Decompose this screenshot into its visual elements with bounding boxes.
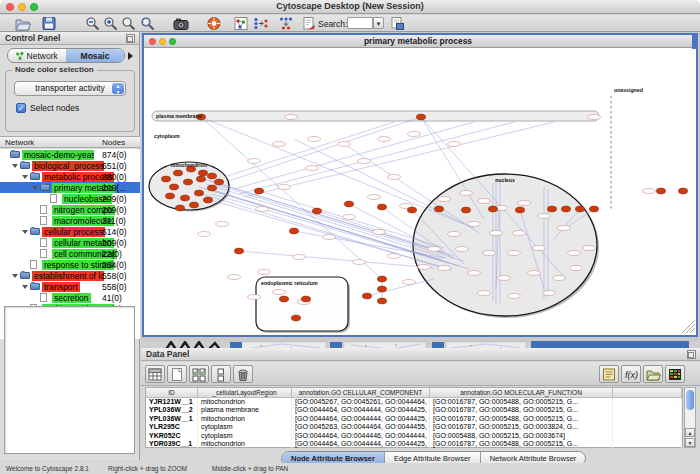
node-color-dropdown[interactable]: transporter activity ▲▼ xyxy=(14,81,126,96)
table-cell[interactable]: mitochondrion xyxy=(198,398,292,406)
table-header[interactable]: ID_cellularLayoutRegionannotation.GO CEL… xyxy=(146,388,682,398)
table-cell[interactable]: YDR039C__1 xyxy=(146,440,198,448)
search-dropdown-icon[interactable]: ▼ xyxy=(373,17,384,29)
import-attributes-icon[interactable] xyxy=(643,365,663,383)
column-header[interactable]: annotation.GO CELLULAR_COMPONENT xyxy=(292,388,430,397)
table-cell[interactable]: [GO:0045263, GO:0044464, GO:0044455, G..… xyxy=(292,423,430,431)
table-cell[interactable]: [GO:0044464, GO:0044444, GO:0044425, G..… xyxy=(292,440,430,448)
layout-icon-2[interactable] xyxy=(277,15,294,31)
table-cell[interactable]: plasma membrane xyxy=(198,406,292,414)
attribute-table[interactable]: ID_cellularLayoutRegionannotation.GO CEL… xyxy=(145,387,683,448)
zoom-fit-icon[interactable] xyxy=(120,15,137,31)
selected-gene-node xyxy=(407,207,416,213)
table-row[interactable]: YJR121W__1mitochondrion[GO:0045267, GO:0… xyxy=(146,398,682,406)
network-canvas[interactable]: plasma membranecytoplasmmitochondrionnuc… xyxy=(144,49,696,335)
tree-item-biological-process[interactable]: biological_process651(0) xyxy=(0,160,140,171)
tree-item-establishment-of-lo[interactable]: establishment of lo558(0) xyxy=(0,270,140,281)
table-cell[interactable]: [GO:0016787, GO:0005215, GO:0003824, G..… xyxy=(430,423,613,431)
tree-item-cellular-process[interactable]: cellular process614(0) xyxy=(0,226,140,237)
table-cell[interactable]: YJR121W__1 xyxy=(146,398,198,406)
scrollbar-thumb[interactable] xyxy=(686,390,694,410)
tree-item-metabolic-process[interactable]: metabolic process280(0) xyxy=(0,171,140,182)
expander-icon[interactable] xyxy=(22,230,28,234)
table-cell[interactable]: YPL036W__1 xyxy=(146,415,198,423)
table-cell[interactable]: [GO:0016787, GO:0005488, GO:0005215, G..… xyxy=(430,440,613,448)
gene-node xyxy=(428,247,441,252)
scroll-down-icon[interactable]: ▼ xyxy=(685,438,695,447)
column-header[interactable]: ID xyxy=(146,388,198,397)
expander-icon[interactable] xyxy=(32,186,38,190)
table-row[interactable]: YPL036W__1mitochondrion[GO:0044464, GO:0… xyxy=(146,415,682,423)
tab-network[interactable]: Network xyxy=(8,49,66,62)
formula-builder-icon[interactable]: f(x) xyxy=(621,365,641,383)
node-count: 558(0) xyxy=(102,271,127,281)
attribute-matrix-icon[interactable] xyxy=(665,365,685,383)
tab-overflow-icon[interactable] xyxy=(128,52,133,60)
select-attributes-icon[interactable] xyxy=(189,365,209,383)
table-row[interactable]: YLR295Ccytoplasm[GO:0045263, GO:0044464,… xyxy=(146,423,682,431)
new-attribute-icon[interactable] xyxy=(167,365,187,383)
table-cell[interactable]: [GO:0005488, GO:0005215, GO:0003674] xyxy=(430,432,613,440)
unselect-attributes-icon[interactable] xyxy=(211,365,231,383)
scroll-up-icon[interactable]: ▲ xyxy=(685,428,695,437)
table-cell[interactable]: YPL036W__2 xyxy=(146,406,198,414)
file-icon xyxy=(30,260,37,269)
table-cell[interactable]: [GO:0016787, GO:0005488, GO:0005215, G..… xyxy=(430,415,613,423)
table-row[interactable]: YKR052Ccytoplasm[GO:0044464, GO:0044446,… xyxy=(146,432,682,440)
attribute-editor-icon[interactable] xyxy=(599,365,619,383)
tree-item-macromolecule[interactable]: macromolecule311(0) xyxy=(0,215,140,226)
attribute-table-icon[interactable] xyxy=(145,365,165,383)
table-cell[interactable]: YKR052C xyxy=(146,432,198,440)
select-nodes-checkbox[interactable]: ✓ Select nodes xyxy=(16,103,79,113)
annotation-icon[interactable] xyxy=(300,15,317,31)
layout-icon-1[interactable] xyxy=(252,15,269,31)
tree-item-primary-metabo[interactable]: primary metabo209(... xyxy=(0,182,140,193)
table-cell[interactable]: cytoplasm xyxy=(198,432,292,440)
table-row[interactable]: YDR039C__1mitochondrion[GO:0044464, GO:0… xyxy=(146,440,682,448)
table-cell[interactable]: [GO:0044464, GO:0044444, GO:0044425, G..… xyxy=(292,406,430,414)
expander-icon[interactable] xyxy=(22,175,28,179)
table-cell[interactable]: [GO:0044464, GO:0044444, GO:0044425, G..… xyxy=(292,415,430,423)
table-cell[interactable]: [GO:0044464, GO:0044446, GO:0044444, G..… xyxy=(292,432,430,440)
zoom-out-icon[interactable] xyxy=(84,15,101,31)
tree-item-response-to-stimulu[interactable]: response to stimulu264(0) xyxy=(0,259,140,270)
tree-item-nucleobase-[interactable]: nucleobase-209(0) xyxy=(0,193,140,204)
file-icon xyxy=(40,249,47,258)
zoom-selected-icon[interactable] xyxy=(139,15,156,31)
tree-item-cellular-metabo[interactable]: cellular metabo209(0) xyxy=(0,237,140,248)
table-cell[interactable]: [GO:0045267, GO:0045261, GO:0044464, G..… xyxy=(292,398,430,406)
table-scrollbar[interactable]: ▲ ▼ xyxy=(684,387,696,448)
table-cell[interactable]: [GO:0016787, GO:0005488, GO:0005215, G..… xyxy=(430,398,613,406)
birdseye-view[interactable] xyxy=(4,306,135,454)
table-cell[interactable]: YLR295C xyxy=(146,423,198,431)
table-cell[interactable]: mitochondrion xyxy=(198,440,292,448)
expander-icon[interactable] xyxy=(12,274,18,278)
tab-mosaic[interactable]: Mosaic xyxy=(66,49,124,62)
help-lifering-icon[interactable] xyxy=(205,15,222,31)
gene-node xyxy=(343,215,356,220)
expander-icon[interactable] xyxy=(22,285,28,289)
tree-item-cell-communicat[interactable]: cell communicat22(0) xyxy=(0,248,140,259)
search-input[interactable] xyxy=(347,17,373,29)
svg-text:plasma membrane: plasma membrane xyxy=(156,113,202,119)
table-cell[interactable]: mitochondrion xyxy=(198,415,292,423)
tree-item-nitrogen-compo[interactable]: nitrogen compo209(0) xyxy=(0,204,140,215)
open-file-icon[interactable] xyxy=(14,15,31,31)
save-icon[interactable] xyxy=(40,15,57,31)
vizmapper-icon[interactable] xyxy=(232,15,249,31)
expander-icon[interactable] xyxy=(12,164,18,168)
tree-item-secretion[interactable]: secretion41(0) xyxy=(0,292,140,303)
column-header[interactable]: _cellularLayoutRegion xyxy=(198,388,292,397)
float-panel-icon[interactable] xyxy=(126,34,135,43)
tree-item-mosaic-demo-yeast[interactable]: mosaic-demo-yeast874(0) xyxy=(0,149,140,160)
float-data-panel-icon[interactable] xyxy=(687,350,696,359)
table-cell[interactable]: cytoplasm xyxy=(198,423,292,431)
snapshot-camera-icon[interactable] xyxy=(172,15,189,31)
table-cell[interactable]: [GO:0016787, GO:0005488, GO:0005215, G..… xyxy=(430,406,613,414)
zoom-in-icon[interactable] xyxy=(102,15,119,31)
tree-item-transport[interactable]: transport558(0) xyxy=(0,281,140,292)
column-header[interactable]: annotation.GO MOLECULAR_FUNCTION xyxy=(430,388,613,397)
delete-attribute-icon[interactable] xyxy=(233,365,253,383)
table-row[interactable]: YPL036W__2plasma membrane[GO:0044464, GO… xyxy=(146,406,682,414)
save-search-icon[interactable] xyxy=(388,15,405,31)
